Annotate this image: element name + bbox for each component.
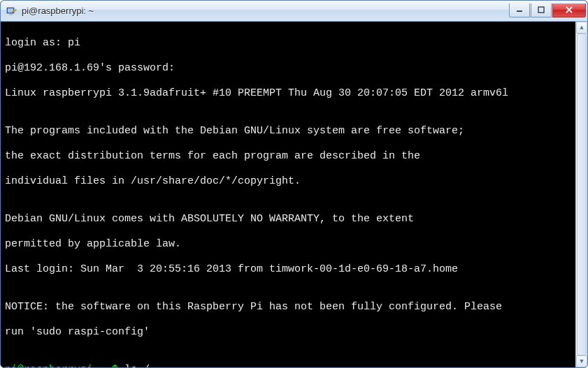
- prompt-sep: ~ $: [93, 364, 124, 367]
- svg-rect-2: [9, 14, 13, 15]
- terminal-line: pi@192.168.1.69's password:: [5, 62, 583, 75]
- scrollbar[interactable]: ▲ ▼: [575, 22, 587, 367]
- terminal-line: Last login: Sun Mar 3 20:55:16 2013 from…: [5, 263, 583, 276]
- svg-rect-3: [517, 10, 522, 12]
- scroll-down-button[interactable]: ▼: [576, 355, 587, 367]
- putty-icon: [6, 6, 17, 17]
- window-title: pi@raspberrypi: ~: [22, 6, 509, 16]
- prompt-user: pi@raspberrypi: [5, 364, 93, 367]
- terminal-line: Debian GNU/Linux comes with ABSOLUTELY N…: [5, 213, 583, 226]
- command: ls /: [124, 364, 150, 367]
- terminal[interactable]: login as: pi pi@192.168.1.69's password:…: [1, 22, 587, 367]
- scroll-thumb[interactable]: [577, 34, 587, 355]
- terminal-line: permitted by applicable law.: [5, 238, 583, 251]
- terminal-line: NOTICE: the software on this Raspberry P…: [5, 301, 583, 314]
- terminal-line: run 'sudo raspi-config': [5, 326, 583, 339]
- minimize-button[interactable]: [509, 3, 530, 17]
- terminal-line: login as: pi: [5, 37, 583, 50]
- terminal-line: The programs included with the Debian GN…: [5, 125, 583, 138]
- window-controls: [509, 3, 586, 17]
- terminal-line: Linux raspberrypi 3.1.9adafruit+ #10 PRE…: [5, 87, 583, 100]
- prompt-line: pi@raspberrypi ~ $ ls /: [5, 364, 583, 367]
- titlebar[interactable]: pi@raspberrypi: ~: [1, 1, 587, 22]
- close-button[interactable]: [552, 3, 586, 17]
- scroll-up-button[interactable]: ▲: [576, 22, 587, 34]
- maximize-button[interactable]: [531, 3, 552, 17]
- terminal-line: individual files in /usr/share/doc/*/cop…: [5, 175, 583, 188]
- putty-window: pi@raspberrypi: ~ login as: pi pi@192.16…: [0, 0, 588, 368]
- svg-rect-4: [538, 7, 544, 13]
- terminal-line: the exact distribution terms for each pr…: [5, 150, 583, 163]
- scroll-track[interactable]: [576, 34, 587, 355]
